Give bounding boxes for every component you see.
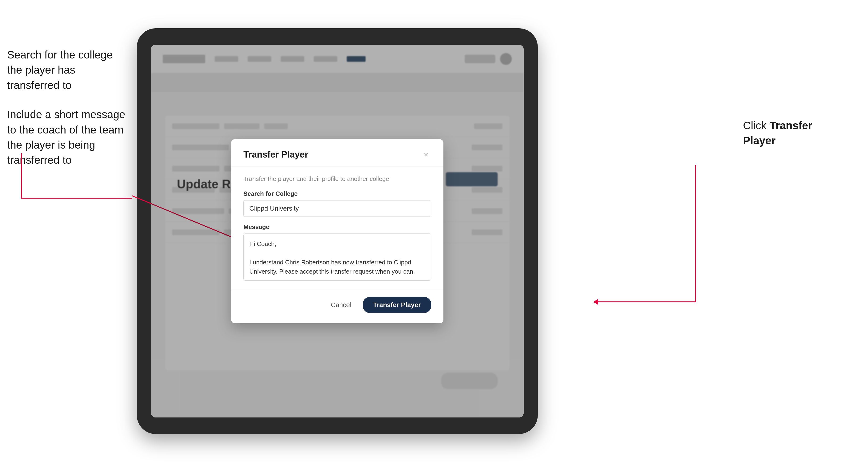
right-annotation: Click Transfer Player xyxy=(743,118,837,162)
message-textarea[interactable] xyxy=(243,234,431,281)
modal-subtitle: Transfer the player and their profile to… xyxy=(243,175,431,183)
ipad-device: Update Roster Transfer Player × Transfer… xyxy=(137,28,538,434)
modal-close-button[interactable]: × xyxy=(421,150,431,160)
search-college-label: Search for College xyxy=(243,190,431,197)
annotation-message-text: Include a short message to the coach of … xyxy=(7,107,130,168)
svg-marker-7 xyxy=(593,299,598,305)
cancel-button[interactable]: Cancel xyxy=(325,298,357,312)
left-annotations: Search for the college the player has tr… xyxy=(7,47,130,182)
modal-title: Transfer Player xyxy=(243,150,308,160)
modal-footer: Cancel Transfer Player xyxy=(231,290,443,323)
annotation-click-text: Click Transfer Player xyxy=(743,118,837,148)
modal-body: Transfer the player and their profile to… xyxy=(231,167,443,290)
message-label: Message xyxy=(243,223,431,231)
transfer-player-modal: Transfer Player × Transfer the player an… xyxy=(231,139,443,323)
modal-overlay: Transfer Player × Transfer the player an… xyxy=(151,45,524,417)
transfer-player-button[interactable]: Transfer Player xyxy=(363,297,431,313)
annotation-search-text: Search for the college the player has tr… xyxy=(7,47,130,93)
ipad-screen: Update Roster Transfer Player × Transfer… xyxy=(151,45,524,417)
modal-header: Transfer Player × xyxy=(231,139,443,167)
search-college-input[interactable] xyxy=(243,200,431,217)
